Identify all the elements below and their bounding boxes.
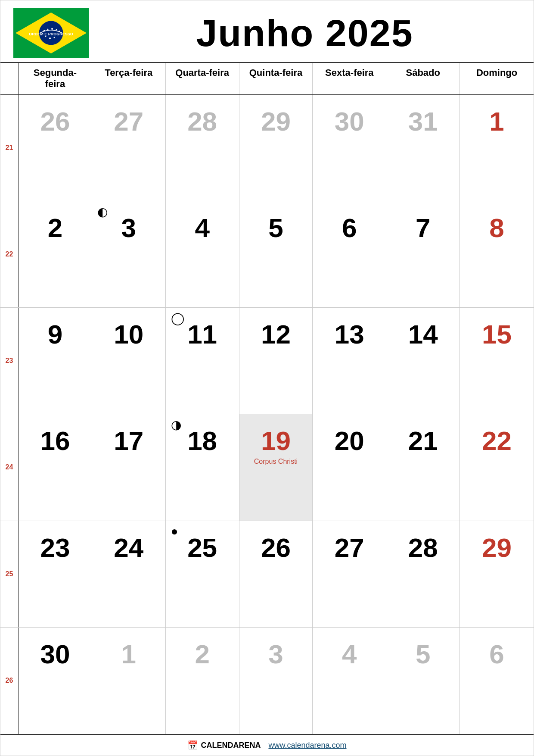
day-cell-3-week6: 3 [239,628,313,734]
day-header-wed: Quarta-feira [166,63,239,94]
day-cell-28-week5: 28 [386,521,460,627]
day-cell-5-week2: 5 [239,201,313,307]
svg-point-5 [47,29,49,30]
day-number-25: 25 [170,533,235,562]
day-cell-31-week1: 31 [386,95,460,201]
svg-text:ORDEM E PROGRESSO: ORDEM E PROGRESSO [29,32,73,36]
month-title: Junho 2025 [89,14,521,52]
week-row-6: 2630123456 [0,628,534,734]
week-row-3: 23910◯1112131415 [0,308,534,414]
day-number-26: 26 [23,107,87,136]
week-num-22: 22 [0,201,19,307]
day-headers-row: Segunda-feira Terça-feira Quarta-feira Q… [0,63,534,95]
week-row-4: 241617◑1819Corpus Christi202122 [0,414,534,521]
calendar-page: ORDEM E PROGRESSO Junho 2025 Segunda-fei… [0,0,534,756]
day-cell-27-week5: 27 [313,521,386,627]
day-number-12: 12 [244,320,308,349]
svg-point-6 [51,28,53,30]
day-cell-7-week2: 7 [386,201,460,307]
day-number-2: 2 [170,640,235,669]
week-num-26: 26 [0,628,19,734]
day-number-23: 23 [23,533,87,562]
svg-point-7 [56,29,57,31]
day-cell-3-week2: ◐3 [92,201,166,307]
calendar-icon: 📅 [187,740,198,750]
day-cell-17-week4: 17 [92,414,166,520]
day-number-10: 10 [96,320,161,349]
brand-name: CALENDARENA [201,741,261,750]
footer-brand: 📅 CALENDARENA [187,740,261,750]
day-number-6: 6 [464,640,529,669]
day-number-7: 7 [391,213,455,243]
day-cell-24-week5: 24 [92,521,166,627]
svg-point-4 [43,30,45,31]
svg-point-9 [45,36,47,37]
day-number-13: 13 [317,320,382,349]
day-number-1: 1 [96,640,161,669]
brazil-flag: ORDEM E PROGRESSO [13,8,89,58]
day-number-22: 22 [464,426,529,456]
day-number-28: 28 [170,107,235,136]
day-number-1: 1 [464,107,529,136]
day-cell-1-week1: 1 [460,95,534,201]
day-cell-27-week1: 27 [92,95,166,201]
day-cell-19-week4: 19Corpus Christi [239,414,313,520]
day-cell-22-week4: 22 [460,414,534,520]
day-cell-9-week3: 9 [19,308,92,414]
day-cell-6-week6: 6 [460,628,534,734]
calendar-body: 212627282930311222◐34567823910◯111213141… [0,95,534,734]
day-number-24: 24 [96,533,161,562]
day-cell-20-week4: 20 [313,414,386,520]
day-number-9: 9 [23,320,87,349]
day-number-29: 29 [464,533,529,562]
week-num-23: 23 [0,308,19,414]
day-header-sat: Sábado [386,63,460,94]
title-area: Junho 2025 [89,14,521,52]
day-header-tue: Terça-feira [92,63,166,94]
day-cell-12-week3: 12 [239,308,313,414]
day-number-27: 27 [317,533,382,562]
day-cell-16-week4: 16 [19,414,92,520]
day-cell-8-week2: 8 [460,201,534,307]
day-header-fri: Sexta-feira [313,63,386,94]
day-cell-4-week6: 4 [313,628,386,734]
moon-new-moon-ring: ◯ [171,311,184,325]
day-number-8: 8 [464,213,529,243]
day-header-mon: Segunda-feira [19,63,92,94]
day-cell-30-week1: 30 [313,95,386,201]
day-number-14: 14 [391,320,455,349]
week-num-25: 25 [0,521,19,627]
moon-last-quarter: ◐ [97,205,108,219]
day-cell-2-week2: 2 [19,201,92,307]
day-cell-30-week6: 30 [19,628,92,734]
day-cell-26-week1: 26 [19,95,92,201]
day-cell-1-week6: 1 [92,628,166,734]
day-cell-13-week3: 13 [313,308,386,414]
day-cell-10-week3: 10 [92,308,166,414]
header: ORDEM E PROGRESSO Junho 2025 [0,0,534,63]
day-cell-18-week4: ◑18 [166,414,239,520]
moon-first-quarter: ◑ [171,418,181,432]
day-cell-15-week3: 15 [460,308,534,414]
week-num-header-empty [0,63,19,94]
footer-url: www.calendarena.com [268,741,346,750]
svg-point-8 [59,31,60,32]
week-num-21: 21 [0,95,19,201]
week-row-1: 212627282930311 [0,95,534,201]
footer: 📅 CALENDARENA www.calendarena.com [0,734,534,756]
day-cell-25-week5: ●25 [166,521,239,627]
day-number-28: 28 [391,533,455,562]
day-cell-23-week5: 23 [19,521,92,627]
week-row-5: 252324●2526272829 [0,521,534,628]
day-number-26: 26 [244,533,308,562]
day-number-31: 31 [391,107,455,136]
day-number-27: 27 [96,107,161,136]
day-number-30: 30 [317,107,382,136]
day-number-17: 17 [96,426,161,456]
day-header-sun: Domingo [460,63,534,94]
day-number-15: 15 [464,320,529,349]
day-number-6: 6 [317,213,382,243]
day-header-thu: Quinta-feira [239,63,313,94]
day-cell-29-week5: 29 [460,521,534,627]
day-number-3: 3 [244,640,308,669]
